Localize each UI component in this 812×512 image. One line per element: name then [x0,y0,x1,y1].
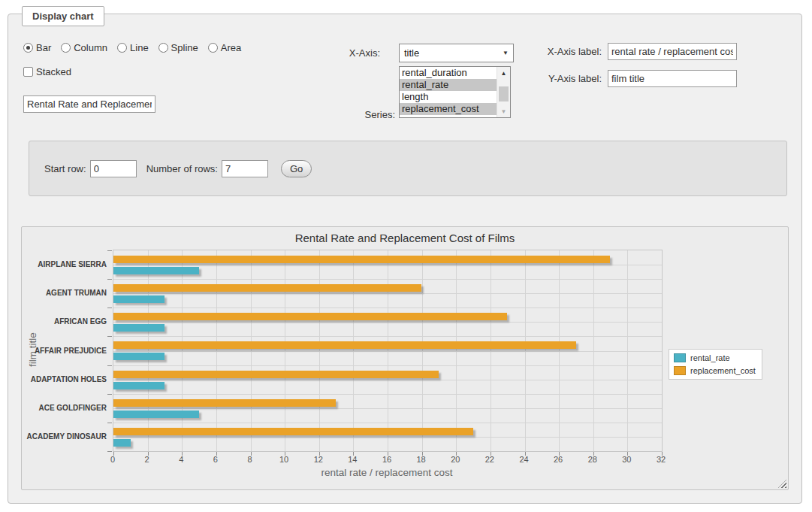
radio-column-label: Column [74,42,107,53]
gridline-horizontal [113,308,662,308]
scroll-down-icon[interactable]: ▼ [497,106,510,117]
radio-bar[interactable]: Bar [23,42,51,53]
y-axis-label-input[interactable] [608,70,737,87]
x-axis-label-label: X-Axis label: [527,46,602,57]
radio-spline[interactable]: Spline [158,42,198,53]
bar-replacement_cost [113,256,610,263]
radio-bar-label: Bar [36,42,51,53]
x-axis-ticks: 02468101214161820222426283032 [113,455,661,465]
bar-rental_rate [113,267,199,274]
go-button[interactable]: Go [281,160,312,177]
x-axis-label-input[interactable] [608,43,737,60]
chart-container: Rental Rate and Replacement Cost of Film… [21,226,789,490]
y-category-label: ACADEMY DINOSAUR [27,432,107,440]
series-option-rental-rate[interactable]: rental_rate [400,79,500,91]
gridline-horizontal [113,265,662,265]
start-row-input[interactable] [90,160,137,177]
series-list: rental_duration rental_rate length repla… [399,66,511,118]
bar-replacement_cost [113,371,439,378]
y-category-label: ACE GOLDFINGER [38,403,107,411]
gridline-horizontal [113,322,662,323]
x-axis-select[interactable]: title ▼ [399,44,514,62]
bar-replacement_cost [113,284,421,292]
series-option-rental-duration[interactable]: rental_duration [400,67,500,79]
radio-spline-icon [158,43,168,53]
radio-bar-icon [23,43,33,53]
radio-line[interactable]: Line [117,42,149,53]
page: Display chart Bar Column Line Spline Are… [0,0,812,512]
y-axis-tick-mark [107,423,112,423]
x-tick-label: 28 [588,455,597,464]
bar-replacement_cost [113,428,473,435]
chart-title: Rental Rate and Replacement Cost of Film… [22,232,788,244]
display-chart-fieldset: Display chart Bar Column Line Spline Are… [8,14,802,504]
y-category-label: AIRPLANE SIERRA [38,260,107,268]
start-row-label: Start row: [44,163,86,174]
radio-line-icon [117,43,127,53]
gridline-horizontal [113,437,662,438]
bar-rental_rate [113,353,165,360]
x-tick-label: 26 [554,455,563,464]
radio-spline-label: Spline [171,42,198,53]
bar-replacement_cost [113,313,507,320]
radio-area-icon [208,43,218,53]
radio-column-icon [61,43,71,53]
bar-rental_rate [113,295,165,303]
series-list-label: Series: [331,109,395,120]
x-axis-select-value: title [404,47,419,59]
y-axis-label-label: Y-Axis label: [527,73,602,84]
gridline-horizontal [113,351,662,352]
y-axis-tick-mark [107,279,112,280]
y-category-label: AGENT TRUMAN [46,289,107,297]
x-axis-title: rental rate / replacement cost [113,467,661,478]
x-tick-label: 10 [279,455,288,464]
x-axis-select-label: X-Axis: [309,47,380,59]
series-option-replacement-cost[interactable]: replacement_cost [400,103,500,115]
y-axis-tick-mark [107,308,112,308]
x-tick-label: 12 [314,455,323,464]
series-list-scrollbar[interactable]: ▲ ▼ [497,67,510,117]
y-category-label: AFRICAN EGG [54,317,107,326]
legend-swatch-replacement-cost-icon [674,366,686,375]
resize-handle-icon[interactable] [778,480,786,488]
radio-area[interactable]: Area [208,42,241,53]
chart-title-input[interactable] [23,95,155,113]
x-tick-label: 24 [519,455,528,464]
y-axis-tick-mark [107,451,112,452]
legend-entry-rental-rate: rental_rate [674,353,756,362]
fieldset-legend: Display chart [22,6,104,26]
y-category-label: ADAPTATION HOLES [31,374,107,383]
radio-area-label: Area [221,42,241,53]
bar-rental_rate [113,382,165,389]
gridline-horizontal [113,293,662,294]
gridline-horizontal [113,380,662,380]
series-option-length[interactable]: length [400,91,500,103]
x-tick-label: 6 [213,455,218,464]
x-tick-label: 32 [657,455,666,464]
number-of-rows-input[interactable] [222,160,268,177]
dropdown-arrow-icon: ▼ [503,50,509,56]
bar-rental_rate [113,439,131,447]
x-tick-label: 8 [247,455,252,464]
x-tick-label: 14 [348,455,357,464]
gridline-horizontal [113,394,662,395]
plot-area [113,250,663,452]
scrollbar-thumb[interactable] [499,86,509,101]
chart-type-radio-group: Bar Column Line Spline Area [23,42,241,53]
row-range-panel: Start row: Number of rows: Go [29,141,787,196]
x-tick-label: 22 [485,455,494,464]
y-axis-categories: AIRPLANE SIERRAAGENT TRUMANAFRICAN EGGAF… [22,227,107,489]
stacked-label: Stacked [36,66,71,77]
radio-line-label: Line [130,42,149,53]
radio-column[interactable]: Column [61,42,107,53]
bar-replacement_cost [113,341,576,349]
stacked-checkbox[interactable]: Stacked [23,66,71,77]
y-axis-tick-mark [107,250,112,251]
gridline-horizontal [113,365,662,366]
y-axis-tick-mark [107,394,112,395]
scroll-up-icon[interactable]: ▲ [497,68,510,78]
checkbox-icon [23,67,33,77]
x-tick-label: 30 [622,455,631,464]
y-axis-tick-mark [107,336,112,337]
x-tick-label: 16 [382,455,391,464]
